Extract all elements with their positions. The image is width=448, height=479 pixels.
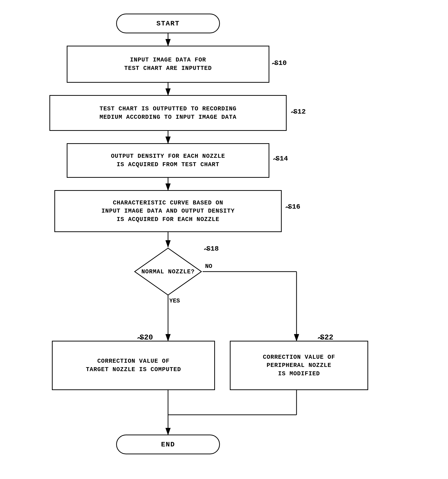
s14-node: OUTPUT DENSITY FOR EACH NOZZLE IS ACQUIR… [67, 143, 269, 178]
s10-tilde: ～ [271, 59, 277, 68]
s16-node: CHARACTERISTIC CURVE BASED ON INPUT IMAG… [54, 190, 282, 232]
s22-text: CORRECTION VALUE OF PERIPHERAL NOZZLE IS… [263, 353, 335, 378]
yes-label: YES [169, 298, 180, 304]
s16-label: S16 [288, 203, 300, 211]
s12-text: TEST CHART IS OUTPUTTED TO RECORDING MED… [100, 105, 236, 121]
s16-text: CHARACTERISTIC CURVE BASED ON INPUT IMAG… [101, 199, 235, 224]
s20-label: S20 [140, 333, 153, 342]
s10-text: INPUT IMAGE DATA FOR TEST CHART ARE INPU… [124, 56, 212, 72]
s14-text: OUTPUT DENSITY FOR EACH NOZZLE IS ACQUIR… [111, 152, 225, 169]
s10-node: INPUT IMAGE DATA FOR TEST CHART ARE INPU… [67, 46, 269, 83]
s18-text: NORMAL NOZZLE? [141, 268, 195, 275]
s18-diamond: NORMAL NOZZLE? [133, 247, 203, 296]
s22-node: CORRECTION VALUE OF PERIPHERAL NOZZLE IS… [230, 341, 368, 390]
start-label: START [156, 20, 180, 27]
no-label: NO [205, 263, 212, 270]
s14-label: S14 [276, 155, 288, 162]
s18-label: S18 [206, 245, 219, 253]
start-node: START [116, 14, 220, 33]
s22-label: S22 [320, 333, 333, 342]
s20-text: CORRECTION VALUE OF TARGET NOZZLE IS COM… [86, 357, 181, 374]
s12-label: S12 [293, 108, 306, 116]
s20-node: CORRECTION VALUE OF TARGET NOZZLE IS COM… [52, 341, 215, 390]
s12-node: TEST CHART IS OUTPUTTED TO RECORDING MED… [49, 95, 287, 131]
end-node: END [116, 435, 220, 454]
end-label: END [161, 441, 175, 448]
flowchart: START INPUT IMAGE DATA FOR TEST CHART AR… [0, 0, 448, 479]
